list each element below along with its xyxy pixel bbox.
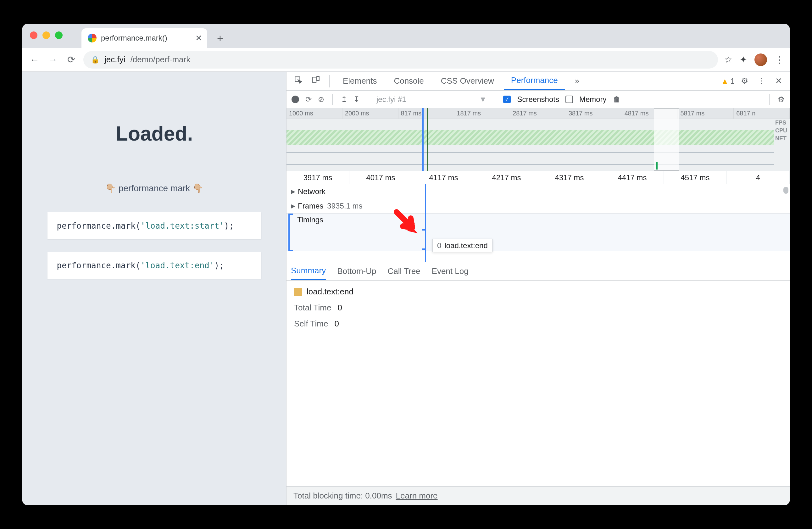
event-title: load.text:end [294, 287, 782, 297]
timing-tooltip: 0 load.text:end [432, 239, 492, 252]
forward-button[interactable]: → [47, 54, 59, 66]
profile-avatar[interactable] [754, 54, 767, 66]
overview-marker-2 [427, 108, 428, 171]
overview-green-tick [656, 162, 657, 170]
device-toolbar-icon[interactable] [308, 76, 323, 86]
bookmark-icon[interactable]: ☆ [724, 54, 732, 65]
browser-tab[interactable]: performance.mark() ✕ [82, 28, 207, 48]
lock-icon: 🔒 [91, 56, 99, 64]
clear-button[interactable]: ⊘ [318, 95, 324, 104]
settings-icon[interactable]: ⚙ [738, 76, 751, 86]
url-host: jec.fyi [104, 55, 125, 65]
url-path: /demo/perf-mark [130, 55, 190, 65]
timings-bracket-left [288, 214, 293, 251]
titlebar: performance.mark() ✕ + [22, 24, 790, 48]
track-network[interactable]: ▶ Network [287, 184, 790, 199]
perf-toolbar: ⟳ ⊘ ↥ ↧ jec.fyi #1 ▼ ✓ Screenshots Memor… [287, 90, 790, 108]
expand-icon[interactable]: ▶ [291, 188, 295, 195]
collect-garbage-icon[interactable]: 🗑 [613, 95, 621, 104]
new-tab-button[interactable]: + [212, 30, 228, 46]
expand-icon[interactable]: ▶ [291, 202, 295, 210]
flame-ruler: 3917 ms 4017 ms 4117 ms 4217 ms 4317 ms … [287, 171, 790, 184]
self-time-row: Self Time 0 [294, 319, 782, 329]
track-frames[interactable]: ▶ Frames 3935.1 ms [287, 199, 790, 213]
page-subheading: 👇🏼 performance mark 👇🏼 [105, 183, 203, 194]
code-block-end: performance.mark('load.text:end'); [47, 252, 261, 279]
url-input[interactable]: 🔒 jec.fyi/demo/perf-mark [83, 51, 718, 69]
overview-selection[interactable] [654, 108, 679, 171]
overview-labels: FPS CPU NET [775, 119, 787, 142]
capture-settings-icon[interactable]: ⚙ [778, 95, 785, 104]
tab-performance[interactable]: Performance [504, 72, 565, 90]
flame-scrollbar[interactable] [783, 187, 788, 194]
code-block-start: performance.mark('load.text:start'); [47, 212, 261, 239]
tab-bottom-up[interactable]: Bottom-Up [337, 262, 376, 280]
flame-time-cursor [425, 184, 426, 262]
devtools-menu-icon[interactable]: ⋮ [754, 76, 769, 86]
overview-cpu-strip [287, 130, 774, 145]
warning-icon: ▲ [721, 77, 729, 86]
content-split: Loaded. 👇🏼 performance mark 👇🏼 performan… [22, 72, 790, 505]
page-content: Loaded. 👇🏼 performance mark 👇🏼 performan… [22, 72, 287, 505]
close-window-button[interactable] [30, 31, 38, 39]
svg-rect-2 [317, 76, 319, 81]
overview-marker [422, 108, 424, 171]
overview-ruler: 1000 ms 2000 ms 817 ms 1817 ms 2817 ms 3… [287, 108, 790, 119]
screenshots-label: Screenshots [517, 95, 559, 104]
memory-label: Memory [579, 95, 607, 104]
load-profile-button[interactable]: ↥ [341, 95, 347, 104]
flame-chart[interactable]: 3917 ms 4017 ms 4117 ms 4217 ms 4317 ms … [287, 171, 790, 262]
tab-favicon [88, 34, 97, 42]
annotation-arrow-icon [393, 209, 422, 237]
browser-window: performance.mark() ✕ + ← → ⟳ 🔒 jec.fyi/d… [22, 24, 790, 505]
browser-menu-icon[interactable]: ⋮ [774, 54, 783, 65]
tab-css-overview[interactable]: CSS Overview [434, 72, 501, 90]
save-profile-button[interactable]: ↧ [353, 95, 360, 104]
recording-select[interactable]: jec.fyi #1 ▼ [376, 95, 487, 104]
maximize-window-button[interactable] [55, 31, 62, 39]
window-controls[interactable] [30, 31, 62, 39]
tab-call-tree[interactable]: Call Tree [388, 262, 420, 280]
dropdown-icon: ▼ [479, 95, 487, 104]
perf-footer: Total blocking time: 0.00ms Learn more [287, 486, 790, 505]
devtools-close-icon[interactable]: ✕ [772, 76, 785, 86]
inspect-icon[interactable] [291, 76, 305, 86]
extensions-icon[interactable]: ✦ [740, 54, 747, 65]
devtools-panel: Elements Console CSS Overview Performanc… [287, 72, 790, 505]
event-color-swatch [294, 288, 302, 296]
tab-close-icon[interactable]: ✕ [195, 33, 202, 43]
minimize-window-button[interactable] [42, 31, 50, 39]
track-timings[interactable]: Timings [287, 213, 790, 251]
svg-rect-1 [313, 77, 316, 82]
summary-panel: load.text:end Total Time 0 Self Time 0 [287, 281, 790, 486]
back-button[interactable]: ← [29, 54, 41, 66]
devtools-tabbar: Elements Console CSS Overview Performanc… [287, 72, 790, 90]
detail-tabs: Summary Bottom-Up Call Tree Event Log [287, 262, 790, 281]
blocking-time-label: Total blocking time: 0.00ms [293, 491, 392, 501]
tab-more[interactable]: » [568, 72, 586, 90]
tab-console[interactable]: Console [387, 72, 431, 90]
address-bar: ← → ⟳ 🔒 jec.fyi/demo/perf-mark ☆ ✦ ⋮ [22, 48, 790, 72]
overview-timeline[interactable]: 1000 ms 2000 ms 817 ms 1817 ms 2817 ms 3… [287, 108, 790, 171]
overview-net-strip [287, 152, 774, 165]
warnings-badge[interactable]: ▲ 1 [721, 77, 735, 86]
tab-summary[interactable]: Summary [291, 262, 326, 280]
tab-elements[interactable]: Elements [336, 72, 384, 90]
total-time-row: Total Time 0 [294, 303, 782, 313]
tab-title: performance.mark() [101, 34, 167, 42]
screenshots-checkbox[interactable]: ✓ [503, 96, 511, 103]
page-heading: Loaded. [116, 122, 193, 145]
reload-record-button[interactable]: ⟳ [305, 95, 311, 104]
record-button[interactable] [291, 96, 299, 103]
learn-more-link[interactable]: Learn more [396, 491, 438, 501]
reload-button[interactable]: ⟳ [65, 54, 77, 66]
memory-checkbox[interactable] [565, 96, 573, 103]
tab-event-log[interactable]: Event Log [432, 262, 468, 280]
